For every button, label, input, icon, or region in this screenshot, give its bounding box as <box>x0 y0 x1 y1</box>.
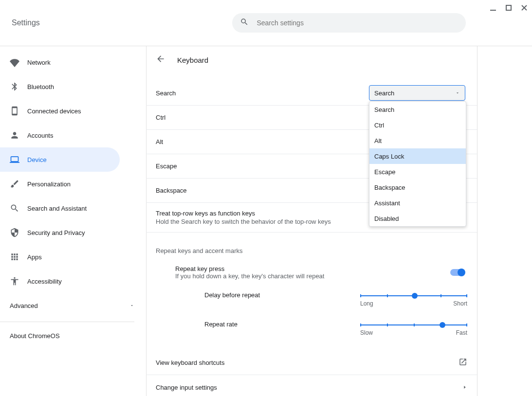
slider-max-label: Fast <box>456 329 467 336</box>
chevron-down-icon <box>129 302 134 309</box>
search-input[interactable] <box>257 19 458 27</box>
dropdown-option-caps-lock[interactable]: Caps Lock <box>369 148 466 164</box>
sidebar-item-label: Accessibility <box>27 278 62 285</box>
row-description: Hold the Search key to switch the behavi… <box>156 218 331 225</box>
search-icon <box>240 18 249 28</box>
back-button[interactable] <box>156 54 167 66</box>
select-value: Search <box>374 90 394 97</box>
delay-slider[interactable] <box>360 295 467 296</box>
divider <box>477 46 477 396</box>
sidebar-item-device[interactable]: Device <box>0 147 120 172</box>
person-icon <box>10 130 19 140</box>
rate-slider[interactable] <box>360 324 467 325</box>
sidebar-item-label: Personalization <box>27 180 71 188</box>
laptop-icon <box>10 155 19 164</box>
svg-rect-0 <box>490 10 496 11</box>
search-key-select[interactable]: Search <box>369 85 465 101</box>
sidebar-item-label: Apps <box>27 253 42 261</box>
row-label: Escape <box>156 162 177 170</box>
minimize-button[interactable] <box>485 0 501 16</box>
wifi-icon <box>10 57 19 67</box>
row-delay-before-repeat: Delay before repeat Long Short <box>146 285 477 314</box>
slider-min-label: Slow <box>360 329 373 336</box>
sidebar-item-label: Connected devices <box>27 108 81 115</box>
apps-icon <box>10 252 19 262</box>
sidebar-item-accessibility[interactable]: Accessibility <box>0 269 120 293</box>
row-description: If you hold down a key, the key's charac… <box>175 272 467 280</box>
sidebar: Network Bluetooth Connected devices Acco… <box>0 46 146 396</box>
dropdown-option-search[interactable]: Search <box>369 102 466 117</box>
svg-rect-1 <box>506 5 511 10</box>
row-repeat-rate: Repeat rate Slow Fast <box>146 314 477 343</box>
sidebar-item-label: Device <box>27 156 47 163</box>
sidebar-item-bluetooth[interactable]: Bluetooth <box>0 74 120 99</box>
sidebar-about-label: About ChromeOS <box>10 332 60 340</box>
sidebar-item-security[interactable]: Security and Privacy <box>0 220 120 245</box>
search-box[interactable] <box>232 13 466 33</box>
dropdown-option-assistant[interactable]: Assistant <box>369 195 466 211</box>
dropdown-option-escape[interactable]: Escape <box>369 164 466 180</box>
chevron-down-icon <box>455 90 460 97</box>
maximize-button[interactable] <box>501 0 516 16</box>
sidebar-item-label: Bluetooth <box>27 83 54 90</box>
sidebar-item-label: Accounts <box>27 132 53 139</box>
row-label: Ctrl <box>156 114 165 121</box>
row-label: Search <box>156 90 176 97</box>
row-label: Backspace <box>156 187 187 194</box>
slider-max-label: Short <box>453 300 467 307</box>
slider-min-label: Long <box>360 300 373 307</box>
sidebar-item-label: Network <box>27 59 51 66</box>
chevron-right-icon <box>462 384 467 391</box>
slider-label: Delay before repeat <box>204 291 360 307</box>
sidebar-advanced[interactable]: Advanced <box>0 293 146 318</box>
divider <box>0 322 134 322</box>
bluetooth-icon <box>10 82 19 91</box>
link-change-input[interactable]: Change input settings <box>146 375 477 396</box>
sidebar-item-accounts[interactable]: Accounts <box>0 123 120 147</box>
dropdown-option-alt[interactable]: Alt <box>369 133 466 148</box>
close-button[interactable] <box>516 0 532 16</box>
open-external-icon <box>459 358 467 368</box>
shield-icon <box>10 228 19 237</box>
sidebar-item-apps[interactable]: Apps <box>0 245 120 269</box>
search-icon <box>10 203 19 213</box>
search-key-dropdown: Search Ctrl Alt Caps Lock Escape Backspa… <box>369 101 466 227</box>
brush-icon <box>10 179 19 189</box>
slider-label: Repeat rate <box>204 321 360 336</box>
link-label: View keyboard shortcuts <box>156 359 224 366</box>
sidebar-item-personalization[interactable]: Personalization <box>0 172 120 196</box>
app-title: Settings <box>12 18 40 27</box>
link-view-shortcuts[interactable]: View keyboard shortcuts <box>146 351 477 375</box>
row-repeat-key-press: Repeat key press If you hold down a key,… <box>146 260 477 285</box>
repeat-key-toggle[interactable] <box>450 269 465 276</box>
sidebar-about[interactable]: About ChromeOS <box>0 326 146 345</box>
link-label: Change input settings <box>156 384 217 391</box>
dropdown-option-backspace[interactable]: Backspace <box>369 180 466 195</box>
row-label: Alt <box>156 138 163 145</box>
sidebar-advanced-label: Advanced <box>10 302 38 309</box>
row-label: Repeat key press <box>175 265 467 272</box>
sidebar-item-label: Security and Privacy <box>27 229 85 236</box>
devices-icon <box>10 106 19 116</box>
row-label: Treat top-row keys as function keys <box>156 210 255 217</box>
page-title: Keyboard <box>177 56 208 64</box>
sidebar-item-network[interactable]: Network <box>0 50 120 74</box>
dropdown-option-ctrl[interactable]: Ctrl <box>369 117 466 133</box>
sidebar-item-connected-devices[interactable]: Connected devices <box>0 99 120 123</box>
dropdown-option-disabled[interactable]: Disabled <box>369 211 466 226</box>
accessibility-icon <box>10 276 19 286</box>
sidebar-item-search-assistant[interactable]: Search and Assistant <box>0 196 120 220</box>
section-title: Repeat keys and accent marks <box>146 233 477 260</box>
sidebar-item-label: Search and Assistant <box>27 205 87 212</box>
